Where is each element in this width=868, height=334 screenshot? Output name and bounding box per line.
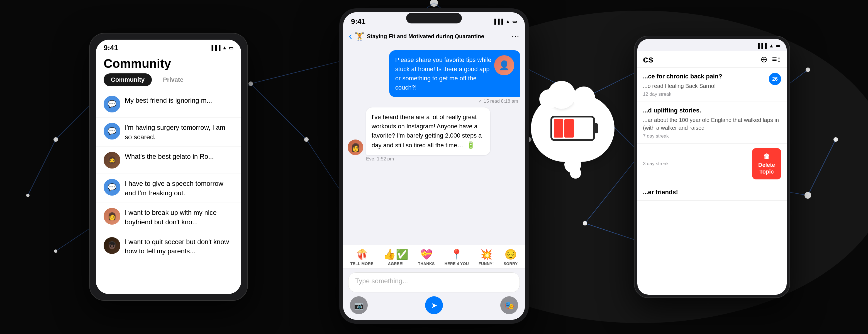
chat-header: ‹ 🏋️ Staying Fit and Motivated during Qu… [343,28,525,45]
right-toolbar: cs ⊕ ≡↕ [637,51,787,68]
avatar: 👦🏿 [104,237,120,254]
here4you-label: HERE 4 YOU [444,261,469,266]
avatar: 🧔 [104,152,120,169]
sent-avatar-emoji: 👤 [494,55,514,75]
signal-icon: ▐▐▐ [210,45,220,51]
svg-point-26 [806,67,810,72]
tell-more-label: TELL MORE [350,261,373,266]
reaction-sorry[interactable]: 😔 SORRY [504,249,518,266]
left-time: 9:41 [104,44,118,52]
received-message-text: I've heard there are a lot of really gre… [372,114,482,149]
reaction-here4you[interactable]: 📍 HERE 4 YOU [444,249,469,266]
center-status-icons: ▐▐▐ ▲ [493,19,517,25]
received-message-bubble: I've heard there are a lot of really gre… [366,107,490,155]
funny-label: FUNNY! [478,261,494,266]
tab-community[interactable]: Community [104,74,152,86]
thanks-label: THANKS [418,261,435,266]
back-button[interactable]: ‹ [349,30,354,42]
svg-point-28 [430,0,438,7]
wifi-icon: ▲ [505,19,510,25]
chat-input-box[interactable]: Type something... [348,272,520,293]
svg-point-47 [54,249,57,253]
center-phone: 9:41 ▐▐▐ ▲ ‹ 🏋️ Staying Fit and Motivate… [339,8,529,324]
right-battery-icon [776,45,780,47]
reaction-funny[interactable]: 💥 FUNNY! [478,249,494,266]
right-wifi-icon: ▲ [769,43,774,49]
streak-text: 12 day streak [643,91,781,97]
sort-icon[interactable]: ≡↕ [772,54,781,64]
list-item-text: I want to break up with my nice boyfrien… [125,208,234,227]
send-button[interactable]: ➤ [425,296,443,314]
svg-point-24 [583,221,587,225]
svg-line-38 [251,84,306,140]
tell-more-emoji: 🍿 [356,249,368,260]
delete-topic-button[interactable]: 🗑 DeleteTopic [752,148,781,179]
item-title: ...d uplifting stories. [643,106,781,115]
sorry-label: SORRY [504,261,518,266]
received-avatar: 👩 [348,140,363,155]
list-item-text: What's the best gelato in Ro... [125,152,234,161]
right-title-partial: cs [643,54,653,65]
sent-message-meta: ✓ 15 read 8:18 am [478,98,520,104]
list-item[interactable]: 💬 My best friend is ignoring m... [96,91,241,118]
list-item-text: I have to give a speech tomorrow and I'm… [125,179,234,198]
item-title: ...er friends! [643,189,781,196]
svg-point-41 [248,82,253,86]
svg-point-21 [805,192,811,199]
svg-point-48 [304,137,309,142]
trash-icon: 🗑 [763,152,770,161]
list-item-text: I want to quit soccer but don't know how… [125,237,234,256]
chat-input-actions: 📷 ➤ 🎭 [348,296,520,314]
list-item[interactable]: 👦🏿 I want to quit soccer but don't know … [96,232,241,261]
here4you-emoji: 📍 [451,249,463,260]
right-list-item[interactable]: ...d uplifting stories. ...ar about the … [637,102,787,144]
wifi-icon: ▲ [222,45,227,51]
right-status-bar: ▐▐▐ ▲ [637,39,787,51]
list-item-text: I'm having surgery tomorrow, I am so sca… [125,123,234,141]
battery-icon-large [551,116,595,141]
add-icon[interactable]: ⊕ [761,54,768,64]
svg-line-35 [28,140,56,195]
list-item[interactable]: 💬 I'm having surgery tomorrow, I am so s… [96,118,241,147]
right-list-item[interactable]: 3 day streak 🗑 DeleteTopic [637,144,787,184]
battery-cloud-shape [531,95,615,162]
reaction-tell-more[interactable]: 🍿 TELL MORE [350,249,373,266]
signal-bars-icon: ▐▐▐ [493,19,503,25]
list-item[interactable]: 🧔 What's the best gelato in Ro... [96,147,241,174]
camera-button[interactable]: 📷 [350,296,368,314]
sticker-button[interactable]: 🎭 [500,296,518,314]
svg-point-45 [26,194,30,197]
right-list-item[interactable]: ...er friends! [637,184,787,201]
tab-private[interactable]: Private [156,74,190,86]
chat-emoji-icon: 🏋️ [354,31,365,41]
reaction-agree[interactable]: 👍✅ AGREE! [383,249,408,266]
item-subtext: ...ar about the 100 year old England tha… [643,116,781,132]
chat-title: Staying Fit and Motivated during Quarant… [367,33,509,40]
right-list-item[interactable]: ...ce for chronic back pain? ...o read H… [637,68,787,102]
chat-menu-icon[interactable]: ⋯ [509,32,519,41]
list-item-text: My best friend is ignoring m... [125,96,234,105]
delete-topic-label: DeleteTopic [758,162,775,175]
left-status-icons: ▐▐▐ ▲ ▭ [210,45,234,51]
streak-text: 3 day streak [643,161,669,167]
left-tab-bar: Community Private [96,74,241,91]
sorry-emoji: 😔 [504,249,517,260]
list-item[interactable]: 👩 I want to break up with my nice boyfri… [96,203,241,232]
center-time: 9:41 [351,17,366,26]
received-message-meta: Eve, 1:52 pm [366,156,394,162]
community-list: 💬 My best friend is ignoring m... 💬 I'm … [96,91,241,261]
item-subtext: ...o read Healing Back Sarno! [643,82,781,90]
avatar: 💬 [104,96,120,112]
chat-messages-area: Please share you favorite tips while stu… [343,45,525,245]
avatar: 💬 [104,179,120,196]
right-content-list: ...ce for chronic back pain? ...o read H… [637,68,787,295]
reaction-thanks[interactable]: 💝 THANKS [418,249,435,266]
sent-message-wrapper: Please share you favorite tips while stu… [348,50,520,104]
svg-point-44 [54,137,58,142]
left-page-title: Community [96,54,241,74]
agree-label: AGREE! [388,261,404,266]
list-item[interactable]: 💬 I have to give a speech tomorrow and I… [96,174,241,203]
battery-icon: ▭ [229,45,234,51]
phone-notch [406,13,462,23]
battery-inline-icon: 🔋 [467,141,475,149]
